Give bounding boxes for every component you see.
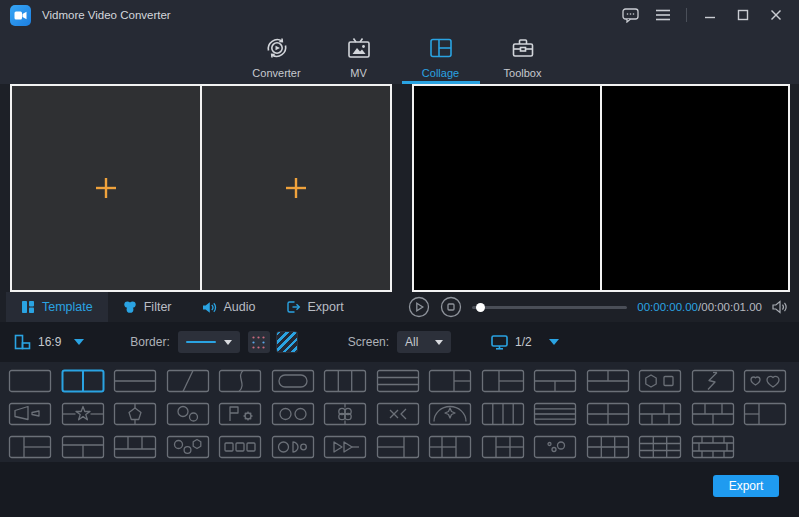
chevron-down-icon	[435, 340, 443, 345]
template-left-rows-right-big[interactable]	[743, 402, 787, 426]
template-three-shapes[interactable]	[166, 435, 210, 459]
close-button[interactable]	[763, 3, 789, 27]
template-two-circles[interactable]	[271, 402, 315, 426]
filter-icon	[123, 300, 137, 314]
template-three-squares[interactable]	[218, 435, 262, 459]
progress-knob[interactable]	[476, 303, 485, 312]
template-hexagon-square[interactable]	[638, 369, 682, 393]
template-four-horizontal[interactable]	[533, 402, 577, 426]
collage-icon	[428, 35, 454, 64]
template-three-horizontal[interactable]	[376, 369, 420, 393]
template-top-big-bottom-cols[interactable]	[533, 369, 577, 393]
chevron-down-icon	[224, 340, 232, 345]
template-four-vertical[interactable]	[481, 402, 525, 426]
chevron-down-icon	[549, 339, 559, 345]
template-left-rows-right-one[interactable]	[376, 435, 420, 459]
export-button[interactable]: Export	[713, 475, 779, 497]
template-diagonal[interactable]	[166, 369, 210, 393]
volume-icon[interactable]	[772, 300, 789, 314]
template-single[interactable]	[8, 369, 52, 393]
template-page-dropdown[interactable]: 1/2	[491, 335, 559, 350]
template-grid-2x3[interactable]	[586, 435, 630, 459]
main-nav: Converter MV Collage Toolbox	[0, 30, 799, 84]
mv-icon	[346, 35, 372, 64]
progress-track	[472, 306, 627, 309]
control-row: Template Filter Audio Export 00:00:00.00…	[0, 292, 799, 322]
tab-converter-label: Converter	[252, 67, 300, 79]
tab-collage[interactable]: Collage	[405, 30, 477, 84]
tab-toolbox[interactable]: Toolbox	[487, 30, 559, 84]
template-top-bar-bottom-cols[interactable]	[61, 435, 105, 459]
preview-panel	[412, 84, 790, 292]
panel-tab-filter[interactable]: Filter	[108, 292, 187, 322]
progress-slider[interactable]	[472, 300, 627, 314]
screen-value: All	[405, 335, 418, 349]
template-left-wide-right-rows[interactable]	[481, 369, 525, 393]
template-hearts[interactable]	[743, 369, 787, 393]
border-label: Border:	[130, 335, 169, 349]
template-top-cols-bottom-bar[interactable]	[113, 435, 157, 459]
template-lightning[interactable]	[691, 369, 735, 393]
template-grid-2x2[interactable]	[586, 402, 630, 426]
template-left-one-right-rows[interactable]	[8, 435, 52, 459]
template-grid-asym-b[interactable]	[691, 402, 735, 426]
template-left-big-right-rows[interactable]	[428, 369, 472, 393]
template-play-arrows[interactable]	[323, 435, 367, 459]
template-two-vertical[interactable]	[61, 369, 105, 393]
titlebar-separator	[686, 8, 687, 22]
template-flag-gear[interactable]	[218, 402, 262, 426]
tab-converter[interactable]: Converter	[241, 30, 313, 84]
template-pentagon[interactable]	[113, 402, 157, 426]
menu-icon[interactable]	[650, 3, 676, 27]
template-rounded-inset[interactable]	[271, 369, 315, 393]
panel-tab-export[interactable]: Export	[271, 292, 359, 322]
template-grid-3x3[interactable]	[638, 435, 682, 459]
screen-dropdown[interactable]: All	[397, 331, 451, 353]
tab-mv-label: MV	[350, 67, 367, 79]
feedback-icon[interactable]	[617, 3, 643, 27]
stop-button[interactable]	[440, 296, 462, 318]
chevron-down-icon	[74, 339, 84, 345]
border-color-button[interactable]	[276, 331, 298, 353]
template-curve[interactable]	[218, 369, 262, 393]
border-style-dropdown[interactable]	[178, 331, 240, 353]
collage-cell-1[interactable]	[12, 86, 200, 290]
template-star-banner[interactable]	[61, 402, 105, 426]
collage-editor	[10, 84, 392, 292]
template-cross-bracket[interactable]	[376, 402, 420, 426]
template-arch-clover[interactable]	[428, 402, 472, 426]
aspect-ratio-dropdown[interactable]: 16:9	[14, 334, 84, 351]
template-clover[interactable]	[323, 402, 367, 426]
tab-collage-label: Collage	[422, 67, 459, 79]
panel-tab-template[interactable]: Template	[6, 292, 108, 322]
panel-tab-export-label: Export	[308, 300, 344, 314]
dashed-border-icon	[252, 336, 265, 349]
panel-tab-audio[interactable]: Audio	[187, 292, 271, 322]
template-dots[interactable]	[533, 435, 577, 459]
border-dash-button[interactable]	[248, 331, 270, 353]
aspect-ratio-value: 16:9	[38, 335, 61, 349]
template-left-col-right-grid[interactable]	[481, 435, 525, 459]
template-circle-shapes[interactable]	[271, 435, 315, 459]
app-logo-icon	[10, 5, 31, 26]
template-grid-2x2-right-col[interactable]	[428, 435, 472, 459]
play-button[interactable]	[408, 296, 430, 318]
maximize-button[interactable]	[730, 3, 756, 27]
footer: Export	[0, 462, 799, 517]
toolbox-icon	[510, 35, 536, 64]
template-grid-asym-a[interactable]	[638, 402, 682, 426]
template-two-horizontal[interactable]	[113, 369, 157, 393]
collage-cell-2[interactable]	[202, 86, 390, 290]
aspect-ratio-icon	[14, 334, 31, 351]
template-top-cols-bottom-big[interactable]	[586, 369, 630, 393]
preview-cell-1	[414, 86, 600, 290]
tab-mv[interactable]: MV	[323, 30, 395, 84]
template-circles-diagonal[interactable]	[166, 402, 210, 426]
border-line-sample	[186, 341, 216, 343]
minimize-button[interactable]	[697, 3, 723, 27]
template-page-indicator: 1/2	[515, 335, 532, 349]
template-megaphone[interactable]	[8, 402, 52, 426]
template-brick-grid[interactable]	[691, 435, 735, 459]
panel-tab-audio-label: Audio	[224, 300, 256, 314]
template-three-vertical[interactable]	[323, 369, 367, 393]
